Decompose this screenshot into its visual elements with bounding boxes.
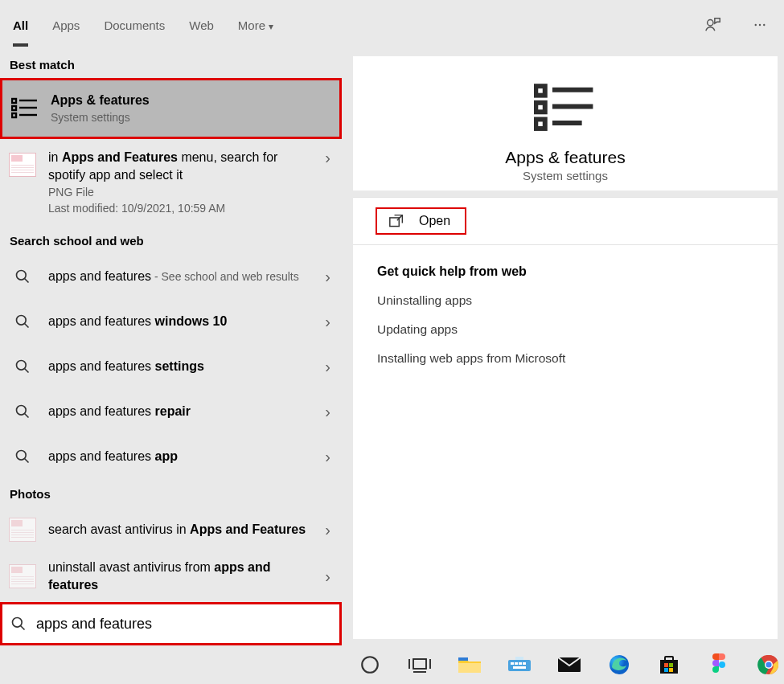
result-file-modified: Last modified: 10/9/2021, 10:59 AM: [48, 200, 315, 216]
photo-result-1[interactable]: uninstall avast antivirus from apps and …: [0, 552, 342, 600]
chevron-right-icon: ›: [325, 313, 330, 331]
section-school-web: Search school and web: [0, 226, 342, 254]
svg-rect-35: [458, 657, 468, 661]
svg-rect-48: [669, 663, 673, 667]
taskbar: [0, 645, 784, 684]
svg-rect-37: [511, 662, 514, 665]
cortana-icon[interactable]: [355, 650, 384, 679]
section-photos: Photos: [0, 479, 342, 507]
search-icon: [6, 440, 39, 473]
svg-point-3: [763, 24, 765, 26]
on-screen-keyboard-icon[interactable]: [505, 650, 534, 679]
svg-point-18: [17, 451, 27, 461]
svg-rect-8: [12, 113, 16, 117]
chevron-right-icon: ›: [325, 567, 330, 586]
svg-rect-39: [519, 662, 522, 665]
task-view-icon[interactable]: [405, 650, 434, 679]
svg-rect-46: [665, 657, 673, 661]
result-subtitle: System settings: [51, 109, 328, 125]
settings-list-icon: [9, 92, 41, 125]
image-thumbnail-icon: [6, 514, 39, 546]
svg-point-14: [17, 361, 27, 371]
search-scope-tabs: All Apps Documents Web More▾: [0, 0, 784, 50]
search-icon: [10, 616, 27, 632]
tab-documents[interactable]: Documents: [104, 4, 165, 47]
open-icon: [388, 214, 404, 228]
search-icon: [6, 350, 39, 383]
svg-rect-40: [523, 662, 526, 665]
svg-point-51: [719, 661, 725, 668]
preview-title: Apps & features: [353, 148, 778, 167]
svg-point-2: [759, 24, 761, 26]
more-options-icon[interactable]: [745, 10, 774, 39]
microsoft-store-icon[interactable]: [655, 650, 683, 679]
tab-all[interactable]: All: [13, 4, 28, 47]
image-thumbnail-icon: [6, 149, 39, 181]
suggest-text: apps and features - See school and web r…: [48, 268, 315, 285]
photo-result-0[interactable]: search avast antivirus in Apps and Featu…: [0, 507, 342, 552]
svg-line-21: [21, 626, 25, 630]
search-icon: [6, 305, 39, 338]
svg-rect-50: [669, 668, 673, 672]
svg-line-11: [25, 279, 29, 283]
result-file-type: PNG File: [48, 184, 315, 200]
feedback-icon[interactable]: [699, 10, 728, 39]
svg-rect-36: [508, 660, 531, 671]
suggest-text: apps and features settings: [48, 358, 315, 375]
svg-point-0: [708, 20, 713, 26]
image-thumbnail-icon: [6, 560, 39, 592]
svg-line-19: [25, 459, 29, 463]
svg-rect-6: [12, 106, 16, 110]
web-suggest-0[interactable]: apps and features - See school and web r…: [0, 254, 342, 299]
svg-line-15: [25, 369, 29, 373]
svg-rect-26: [536, 119, 544, 128]
svg-point-16: [17, 406, 27, 416]
file-explorer-icon[interactable]: [455, 650, 484, 679]
svg-rect-41: [513, 666, 526, 669]
tab-more[interactable]: More▾: [238, 4, 273, 47]
tab-web[interactable]: Web: [189, 4, 214, 47]
svg-rect-30: [413, 659, 426, 669]
help-link-install[interactable]: Installing web apps from Microsoft: [377, 351, 753, 366]
help-section-title: Get quick help from web: [377, 264, 753, 279]
search-icon: [6, 395, 39, 428]
section-best-match: Best match: [0, 50, 342, 78]
result-apps-and-features[interactable]: Apps & features System settings: [0, 78, 342, 139]
svg-line-17: [25, 414, 29, 418]
result-title: uninstall avast antivirus from apps and …: [48, 559, 315, 594]
chevron-down-icon: ▾: [269, 21, 273, 32]
mail-icon[interactable]: [555, 650, 584, 679]
edge-icon[interactable]: [605, 650, 634, 679]
web-suggest-4[interactable]: apps and features app ›: [0, 434, 342, 479]
search-icon: [6, 260, 39, 293]
web-suggest-2[interactable]: apps and features settings ›: [0, 344, 342, 389]
search-results-pane: Best match Apps & features System settin…: [0, 50, 342, 645]
result-title: in Apps and Features menu, search for sp…: [48, 149, 315, 184]
svg-point-29: [362, 657, 378, 673]
result-preview-pane: Apps & features System settings Open Get…: [342, 50, 784, 645]
svg-rect-34: [458, 663, 481, 673]
web-suggest-3[interactable]: apps and features repair ›: [0, 389, 342, 434]
search-input-bar[interactable]: [2, 604, 339, 643]
result-title: search avast antivirus in Apps and Featu…: [48, 521, 315, 539]
svg-rect-24: [536, 103, 544, 112]
preview-subtitle: System settings: [353, 169, 778, 182]
svg-rect-22: [536, 86, 544, 95]
chevron-right-icon: ›: [325, 149, 330, 167]
svg-point-12: [17, 316, 27, 326]
search-input[interactable]: [35, 615, 331, 633]
result-png-file[interactable]: in Apps and Features menu, search for sp…: [0, 139, 342, 226]
tab-apps[interactable]: Apps: [52, 4, 80, 47]
suggest-text: apps and features windows 10: [48, 313, 315, 330]
help-link-update[interactable]: Updating apps: [377, 322, 753, 337]
chevron-right-icon: ›: [325, 448, 330, 466]
chevron-right-icon: ›: [325, 521, 330, 539]
web-suggest-1[interactable]: apps and features windows 10 ›: [0, 299, 342, 344]
help-link-uninstall[interactable]: Uninstalling apps: [377, 293, 753, 308]
open-button[interactable]: Open: [376, 207, 466, 235]
result-title: Apps & features: [51, 92, 328, 109]
figma-icon[interactable]: [704, 650, 733, 679]
svg-rect-47: [664, 663, 668, 667]
svg-rect-38: [515, 662, 518, 665]
chrome-icon[interactable]: [754, 650, 783, 679]
